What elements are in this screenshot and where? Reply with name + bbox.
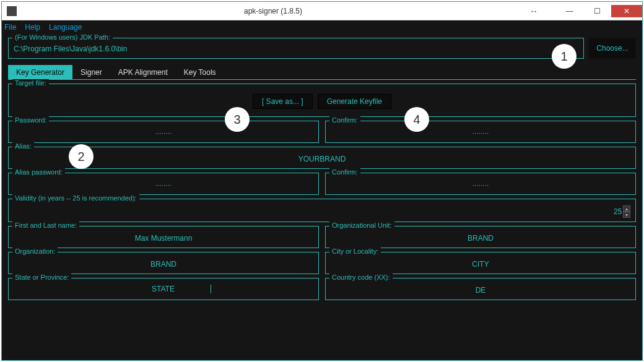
resize-icon[interactable]: ↔: [524, 6, 543, 16]
choose-button[interactable]: Choose...: [589, 38, 636, 59]
name-group: First and Last name:: [8, 226, 319, 248]
confirm-alias-password-input[interactable]: [331, 179, 630, 191]
password-group: Password:: [8, 121, 319, 143]
org-unit-label: Organizational Unit:: [329, 222, 394, 229]
tab-bar: Key Generator Signer APK Alignment Key T…: [8, 65, 636, 80]
alias-password-input[interactable]: [14, 179, 313, 191]
confirm-alias-password-group: Confirm:: [325, 173, 636, 195]
annotation-1: 1: [552, 44, 577, 69]
alias-password-label: Alias password:: [12, 168, 65, 176]
annotation-4: 4: [404, 107, 429, 132]
name-input[interactable]: [14, 233, 313, 244]
jdk-path-legend: (For Windows users) JDK Path:: [12, 34, 113, 41]
confirm-password-group: Confirm:: [325, 121, 636, 143]
annotation-3: 3: [225, 107, 250, 132]
close-button[interactable]: ✕: [611, 5, 642, 17]
tab-key-tools[interactable]: Key Tools: [176, 65, 224, 79]
menubar: File Help Language: [2, 20, 642, 34]
app-icon: [7, 6, 17, 16]
confirm-password-label: Confirm:: [329, 116, 360, 124]
tab-key-generator[interactable]: Key Generator: [8, 65, 72, 79]
minimize-button[interactable]: —: [555, 5, 583, 17]
jdk-path-group: (For Windows users) JDK Path: C:\Program…: [8, 38, 584, 59]
menu-language[interactable]: Language: [49, 23, 82, 32]
jdk-path-value: C:\Program Files\Java\jdk1.6.0\bin: [14, 42, 578, 53]
password-input[interactable]: [14, 127, 313, 139]
tab-apk-alignment[interactable]: APK Alignment: [110, 65, 176, 79]
confirm-password-input[interactable]: [331, 127, 630, 139]
alias-password-group: Alias password:: [8, 173, 319, 195]
maximize-button[interactable]: ☐: [583, 5, 611, 17]
country-input[interactable]: [331, 285, 630, 296]
menu-help[interactable]: Help: [25, 23, 40, 32]
target-file-group: Target file: [ Save as... ] Generate Key…: [8, 84, 636, 117]
alias-group: Alias:: [8, 147, 636, 169]
validity-label: Validity (in years -- 25 is recommended)…: [12, 194, 139, 202]
alias-input[interactable]: [14, 153, 630, 165]
spinner-up-icon[interactable]: ▲: [623, 205, 630, 212]
validity-group: Validity (in years -- 25 is recommended)…: [8, 199, 636, 222]
password-label: Password:: [12, 116, 49, 124]
annotation-2: 2: [69, 144, 94, 169]
validity-input[interactable]: [14, 206, 623, 217]
state-label: State or Province:: [12, 274, 71, 281]
org-unit-input[interactable]: [331, 233, 630, 244]
org-unit-group: Organizational Unit:: [325, 226, 636, 248]
window-title: apk-signer (1.8.5): [22, 7, 524, 15]
country-label: Country code (XX):: [329, 274, 393, 281]
tab-signer[interactable]: Signer: [72, 65, 110, 79]
state-input[interactable]: [116, 285, 211, 293]
validity-spinner[interactable]: ▲ ▼: [623, 205, 630, 218]
organization-input[interactable]: [14, 259, 313, 270]
name-label: First and Last name:: [12, 222, 79, 229]
organization-label: Organization:: [12, 248, 58, 255]
titlebar: apk-signer (1.8.5) ↔ — ☐ ✕: [2, 2, 642, 20]
generate-keyfile-button[interactable]: Generate Keyfile: [318, 94, 391, 109]
alias-label: Alias:: [12, 142, 34, 150]
city-group: City or Locality:: [325, 252, 636, 274]
save-as-button[interactable]: [ Save as... ]: [253, 94, 313, 109]
country-group: Country code (XX):: [325, 278, 636, 300]
state-group: State or Province:: [8, 278, 319, 300]
target-file-legend: Target file:: [12, 79, 49, 87]
organization-group: Organization:: [8, 252, 319, 274]
spinner-down-icon[interactable]: ▼: [623, 212, 630, 218]
city-label: City or Locality:: [329, 248, 381, 255]
city-input[interactable]: [331, 259, 630, 270]
confirm-alias-password-label: Confirm:: [329, 168, 360, 176]
menu-file[interactable]: File: [4, 23, 16, 32]
